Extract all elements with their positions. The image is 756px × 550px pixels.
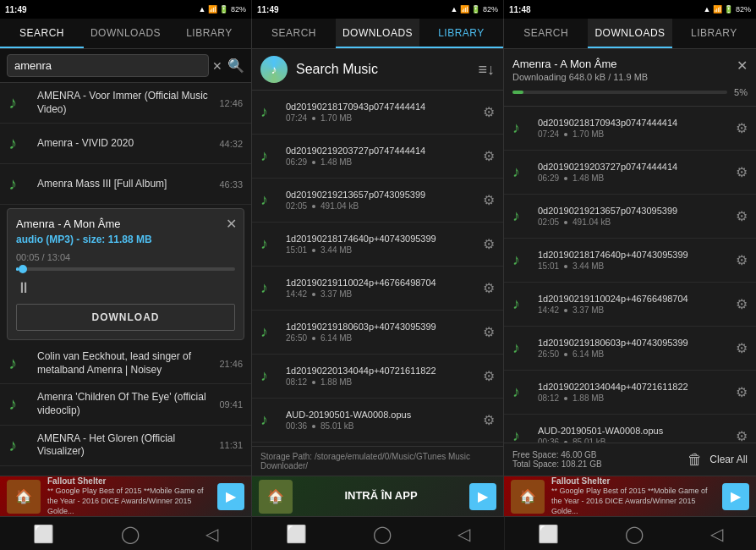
- download-item[interactable]: ♪ AUD-20190501-WA0008.opus 00:3685.01 kB…: [252, 399, 503, 443]
- dl-filename: 1d20190219180603p+40743095399: [538, 338, 736, 348]
- dl-filename: 0d20190218170943p0747444414: [286, 102, 483, 112]
- dl-filename: 1d20190218174640p+40743095399: [538, 250, 736, 260]
- tab-library-mid[interactable]: Library: [419, 19, 503, 48]
- list-item[interactable]: ♪ Colin van Eeckhout, lead singer of met…: [0, 344, 251, 384]
- dl-filename: 1d20190219110024p+46766498704: [538, 294, 736, 304]
- settings-icon[interactable]: ⚙: [483, 104, 495, 120]
- download-item[interactable]: ♪ AUD-20190501-WA0008.opus 00:3685.01 kB…: [504, 415, 756, 443]
- music-file-icon: ♪: [512, 383, 531, 401]
- settings-icon[interactable]: ⚙: [736, 340, 748, 356]
- dl-meta: 26:506.14 MB: [538, 349, 736, 359]
- ad-image-right: 🏠: [511, 480, 545, 514]
- download-item[interactable]: ♪ 1d20190220134044p+40721611822 08:121.8…: [504, 371, 756, 415]
- list-item[interactable]: ♪ Amenra 'Children Of The Eye' (official…: [0, 384, 251, 425]
- nav-square-icon[interactable]: ⬜: [538, 524, 559, 544]
- settings-icon[interactable]: ⚙: [736, 164, 748, 180]
- search-icon-left[interactable]: 🔍: [227, 58, 244, 74]
- ad-arrow-mid[interactable]: ▶: [469, 483, 496, 510]
- music-file-icon: ♪: [512, 251, 531, 269]
- dl-filename: 0d20190218170943p0747444414: [538, 118, 736, 128]
- settings-icon[interactable]: ⚙: [483, 148, 495, 164]
- popup-close-button[interactable]: ✕: [226, 216, 237, 232]
- download-item[interactable]: ♪ 1d20190219110024p+46766498704 14:423.3…: [252, 267, 503, 311]
- settings-icon[interactable]: ⚙: [736, 208, 748, 224]
- music-icon: ♪: [8, 93, 29, 113]
- clear-all-button[interactable]: Clear All: [709, 454, 748, 465]
- settings-icon[interactable]: ⚙: [483, 368, 495, 384]
- list-item[interactable]: ♪ Amenra - VIVID 2020 44:32: [0, 124, 251, 164]
- list-item[interactable]: ♪ AMENRA - Het Gloren (Official Visualiz…: [0, 426, 251, 466]
- settings-icon[interactable]: ⚙: [736, 428, 748, 443]
- trash-icon[interactable]: 🗑: [688, 451, 703, 469]
- list-item[interactable]: ♪ Amenra 'Aorte.Ritual' 23.10 live dvd 1…: [0, 466, 251, 476]
- download-button[interactable]: DOWNLOAD: [16, 304, 235, 331]
- download-item[interactable]: ♪ 1d20190219180603p+40743095399 26:506.1…: [504, 327, 756, 371]
- tab-library-right[interactable]: Library: [672, 19, 756, 48]
- sort-icon[interactable]: ≡↓: [478, 61, 495, 79]
- settings-icon[interactable]: ⚙: [483, 280, 495, 296]
- download-item[interactable]: ♪ 0d20190218170943p0747444414 07:241.70 …: [252, 91, 503, 135]
- settings-icon[interactable]: ⚙: [736, 120, 748, 136]
- settings-icon[interactable]: ⚙: [483, 412, 495, 428]
- dl-filename: 1d20190219110024p+46766498704: [286, 278, 483, 288]
- popup-title: Amenra - A Mon Âme: [16, 217, 235, 230]
- dl-filename: AUD-20190501-WA0008.opus: [286, 410, 483, 420]
- tab-downloads-right[interactable]: Downloads: [588, 19, 671, 48]
- music-logo: ♪: [260, 56, 288, 83]
- nav-back-icon[interactable]: ◁: [710, 524, 723, 544]
- nav-back-icon[interactable]: ◁: [205, 524, 218, 544]
- download-item[interactable]: ♪ 0d20190219203727p0747444414 06:291.48 …: [504, 151, 756, 195]
- download-item[interactable]: ♪ 1d20190220134044p+40721611822 08:121.8…: [252, 355, 503, 399]
- nav-back-icon[interactable]: ◁: [457, 524, 470, 544]
- status-icons-right: ▲ 📶 🔋 82%: [704, 5, 751, 14]
- tab-library-left[interactable]: Library: [167, 19, 251, 48]
- dp-close-button[interactable]: ✕: [737, 58, 748, 74]
- settings-icon[interactable]: ⚙: [736, 252, 748, 268]
- download-item[interactable]: ♪ 0d20190219213657p0743095399 02:05491.0…: [252, 179, 503, 223]
- settings-icon[interactable]: ⚙: [483, 324, 495, 340]
- nav-home-icon[interactable]: ◯: [121, 524, 140, 544]
- settings-icon[interactable]: ⚙: [483, 236, 495, 252]
- storage-info: Free Space: 46.00 GB Total Space: 108.21…: [512, 450, 602, 469]
- download-item[interactable]: ♪ 1d20190218174640p+40743095399 15:013.4…: [504, 239, 756, 283]
- clear-icon-left[interactable]: ✕: [212, 59, 222, 73]
- nav-square-icon[interactable]: ⬜: [33, 524, 54, 544]
- dp-progress-bar: [512, 91, 727, 94]
- dl-filename: 0d20190219213657p0743095399: [538, 206, 736, 216]
- dl-meta: 06:291.48 MB: [286, 157, 483, 167]
- list-item[interactable]: ♪ AMENRA - Voor Immer (Official Music Vi…: [0, 83, 251, 124]
- tab-downloads-left[interactable]: Downloads: [84, 19, 167, 48]
- music-file-icon: ♪: [260, 279, 279, 297]
- nav-home-icon[interactable]: ◯: [373, 524, 392, 544]
- dl-meta: 08:121.88 MB: [286, 377, 483, 387]
- nav-segment-mid: ⬜ ◯ ◁: [252, 516, 504, 550]
- download-progress-card: Amenra - A Mon Âme Downloading 648.0 kB …: [504, 49, 756, 107]
- music-file-icon: ♪: [260, 367, 279, 385]
- download-item[interactable]: ♪ 1d20190219180603p+40743095399 26:506.1…: [252, 311, 503, 355]
- ad-arrow-right[interactable]: ▶: [722, 483, 749, 510]
- tab-downloads-mid[interactable]: Downloads: [336, 19, 419, 48]
- settings-icon[interactable]: ⚙: [483, 192, 495, 208]
- pause-button[interactable]: ⏸: [16, 279, 31, 297]
- nav-square-icon[interactable]: ⬜: [286, 524, 307, 544]
- search-input-left[interactable]: [7, 54, 209, 77]
- ad-arrow-left[interactable]: ▶: [217, 483, 244, 510]
- download-item[interactable]: ♪ 0d20190218170943p0747444414 07:241.70 …: [504, 107, 756, 151]
- download-item[interactable]: ♪ 1d20190218174640p+40743095399 15:013.4…: [252, 223, 503, 267]
- nav-home-icon[interactable]: ◯: [625, 524, 644, 544]
- item-duration: 46:33: [219, 179, 243, 190]
- status-time-right: 11:48: [509, 5, 531, 14]
- settings-icon[interactable]: ⚙: [736, 384, 748, 400]
- tab-search-left[interactable]: Search: [0, 19, 84, 48]
- status-time-left: 11:49: [5, 5, 27, 14]
- download-item[interactable]: ♪ 1d20190219110024p+46766498704 14:423.3…: [504, 283, 756, 327]
- popup-progress-bar[interactable]: [16, 267, 235, 271]
- dl-meta: 02:05491.04 kB: [538, 217, 736, 227]
- settings-icon[interactable]: ⚙: [736, 296, 748, 312]
- download-item[interactable]: ♪ 0d20190219203727p0747444414 06:291.48 …: [252, 135, 503, 179]
- dl-meta: 08:121.88 MB: [538, 393, 736, 403]
- tab-search-right[interactable]: Search: [504, 19, 588, 48]
- list-item[interactable]: ♪ Amenra Mass III [Full Album] 46:33: [0, 164, 251, 205]
- download-item[interactable]: ♪ 0d20190219213657p0743095399 02:05491.0…: [504, 195, 756, 239]
- tab-search-mid[interactable]: Search: [252, 19, 336, 48]
